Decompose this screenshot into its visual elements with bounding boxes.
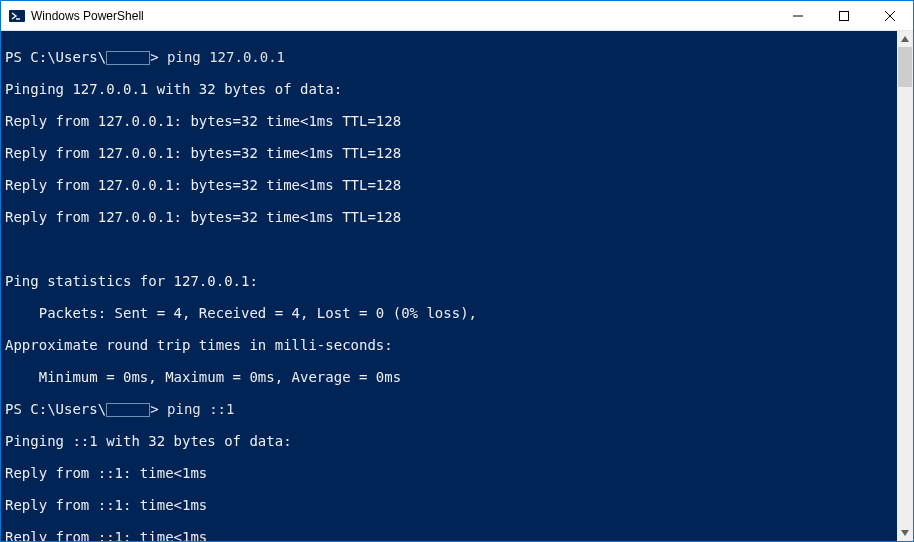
svg-rect-3 — [840, 11, 849, 20]
minimize-button[interactable] — [775, 1, 821, 30]
powershell-icon — [9, 8, 25, 24]
maximize-button[interactable] — [821, 1, 867, 30]
terminal-area: PS C:\Users\> ping 127.0.0.1 Pinging 127… — [1, 31, 913, 541]
scroll-down-arrow-icon[interactable] — [897, 525, 913, 541]
scrollbar-thumb[interactable] — [898, 47, 912, 87]
redacted-username — [106, 51, 150, 65]
output-line: Reply from 127.0.0.1: bytes=32 time<1ms … — [5, 209, 893, 225]
svg-line-4 — [885, 11, 895, 21]
redacted-username — [106, 403, 150, 417]
output-line: Approximate round trip times in milli-se… — [5, 337, 893, 353]
output-line: Reply from ::1: time<1ms — [5, 465, 893, 481]
output-line: Reply from ::1: time<1ms — [5, 497, 893, 513]
output-line: Reply from 127.0.0.1: bytes=32 time<1ms … — [5, 145, 893, 161]
close-button[interactable] — [867, 1, 913, 30]
prompt-suffix: > — [150, 401, 158, 417]
output-line — [5, 241, 893, 257]
output-line: Packets: Sent = 4, Received = 4, Lost = … — [5, 305, 893, 321]
prompt-suffix: > — [150, 49, 158, 65]
output-line: Minimum = 0ms, Maximum = 0ms, Average = … — [5, 369, 893, 385]
prompt-text: PS C:\Users\ — [5, 49, 106, 65]
window-title: Windows PowerShell — [31, 9, 775, 23]
scroll-up-arrow-icon[interactable] — [897, 31, 913, 47]
output-line: Reply from 127.0.0.1: bytes=32 time<1ms … — [5, 177, 893, 193]
terminal-output[interactable]: PS C:\Users\> ping 127.0.0.1 Pinging 127… — [1, 31, 897, 541]
command-text: ping ::1 — [167, 401, 234, 417]
output-line: Reply from 127.0.0.1: bytes=32 time<1ms … — [5, 113, 893, 129]
output-line: Ping statistics for 127.0.0.1: — [5, 273, 893, 289]
vertical-scrollbar[interactable] — [897, 31, 913, 541]
output-line: Pinging ::1 with 32 bytes of data: — [5, 433, 893, 449]
output-line: Reply from ::1: time<1ms — [5, 529, 893, 541]
svg-line-5 — [885, 11, 895, 21]
output-line: Pinging 127.0.0.1 with 32 bytes of data: — [5, 81, 893, 97]
prompt-text: PS C:\Users\ — [5, 401, 106, 417]
command-text: ping 127.0.0.1 — [167, 49, 285, 65]
window-controls — [775, 1, 913, 30]
window-titlebar[interactable]: Windows PowerShell — [1, 1, 913, 31]
